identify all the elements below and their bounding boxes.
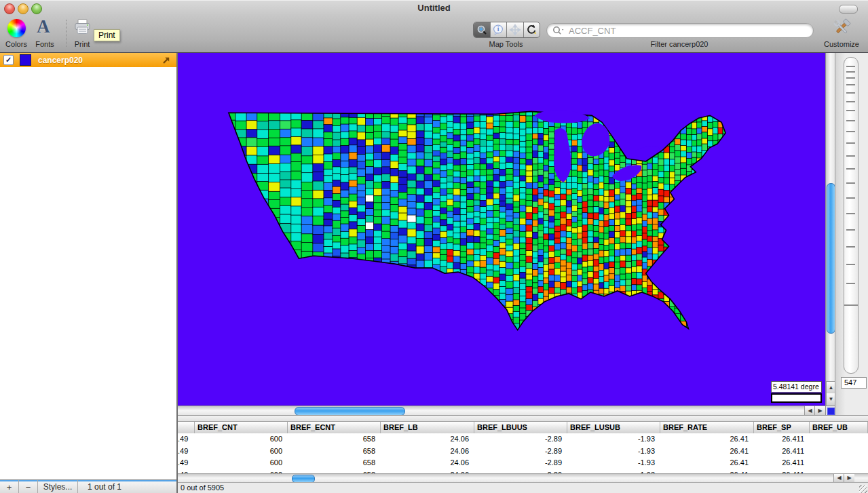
county-cell — [544, 122, 549, 130]
remove-layer-button[interactable]: − — [19, 480, 38, 493]
map-viewport[interactable]: 5.48141 degre — [178, 53, 825, 406]
fonts-button-label[interactable]: Fonts — [29, 40, 61, 48]
add-layer-button[interactable]: + — [0, 480, 19, 493]
county-cell — [382, 231, 391, 239]
fonts-icon[interactable]: A — [37, 16, 50, 37]
county-cell — [214, 184, 225, 193]
column-header[interactable]: BREF_LUSUB — [567, 422, 660, 433]
rotate-tool-button[interactable] — [524, 22, 540, 37]
county-cell — [499, 206, 506, 213]
scroll-down-arrow[interactable]: ▼ — [826, 393, 835, 406]
county-cell — [588, 195, 594, 201]
column-header[interactable]: BREF_SP — [754, 422, 810, 433]
column-header[interactable]: BREF_ECNT — [288, 422, 381, 433]
pan-tool-button[interactable] — [507, 22, 524, 37]
map-vertical-scrollbar[interactable]: ▲ ▼ — [825, 53, 835, 406]
resize-grip[interactable] — [859, 485, 867, 493]
us-county-choropleth-map[interactable] — [214, 103, 734, 336]
county-cell — [713, 278, 719, 284]
customize-icon[interactable] — [831, 18, 852, 41]
column-header[interactable] — [178, 422, 195, 433]
column-header[interactable]: BREF_LBUUS — [474, 422, 567, 433]
table-scroll-right-arrow[interactable]: ▶ — [844, 474, 854, 482]
county-cell — [447, 176, 454, 182]
column-header[interactable]: BREF_RATE — [660, 422, 754, 433]
scroll-left-arrow[interactable]: ◀ — [804, 406, 815, 415]
county-cell — [357, 226, 366, 233]
search-icon[interactable] — [552, 26, 566, 38]
county-cell — [424, 124, 433, 132]
customize-label[interactable]: Customize — [810, 40, 868, 48]
filter-input[interactable] — [567, 24, 808, 37]
table-row[interactable]: .4960065824.06-2.89-1.9326.4126.411 — [178, 446, 868, 458]
county-cell — [637, 132, 643, 138]
county-cell — [544, 328, 549, 334]
county-cell — [675, 157, 681, 163]
layer-visibility-checkbox[interactable]: ✓ — [3, 55, 14, 65]
table-scroll-left-arrow[interactable]: ◀ — [833, 474, 844, 482]
zoom-tool-button[interactable] — [474, 22, 491, 37]
county-cell — [382, 281, 391, 288]
county-cell — [493, 246, 500, 253]
county-cell — [349, 124, 358, 132]
county-cell — [460, 190, 467, 197]
county-cell — [692, 200, 697, 208]
styles-button[interactable]: Styles... — [38, 480, 78, 493]
county-cell — [257, 225, 269, 234]
map-horizontal-scrollbar[interactable]: ◀ ▶ — [178, 406, 825, 416]
layer-row-cancerp020[interactable]: ✓ cancerp020 — [0, 53, 176, 67]
county-cell — [513, 176, 520, 183]
county-cell — [214, 121, 225, 130]
color-wheel-icon[interactable] — [7, 19, 26, 37]
county-cell — [681, 181, 687, 188]
county-cell — [373, 243, 382, 251]
county-cell — [235, 323, 247, 333]
table-horizontal-scrollbar[interactable]: ◀ ▶ — [178, 473, 868, 483]
county-cell — [357, 103, 366, 111]
county-cell — [486, 187, 493, 194]
county-cell — [642, 103, 647, 109]
county-cell — [526, 141, 533, 148]
county-cell — [390, 204, 399, 212]
filter-search-field[interactable] — [546, 23, 814, 38]
county-cell — [460, 165, 467, 172]
county-cell — [269, 287, 281, 296]
county-cell — [398, 184, 408, 193]
county-cell — [407, 103, 417, 111]
table-row[interactable]: .4960065824.06-2.89-1.9326.4126.411 — [178, 457, 868, 469]
county-cell — [432, 311, 440, 318]
county-cell — [561, 200, 567, 207]
county-cell — [357, 219, 366, 226]
scroll-right-arrow[interactable]: ▶ — [814, 406, 825, 415]
colors-button-label[interactable]: Colors — [0, 40, 33, 48]
county-cell — [349, 145, 358, 153]
county-cell — [493, 325, 500, 331]
county-cell — [224, 155, 235, 163]
county-cell — [513, 195, 520, 202]
county-cell — [460, 300, 467, 307]
column-header[interactable]: BREF_CNT — [195, 422, 288, 433]
printer-icon[interactable] — [73, 18, 92, 39]
toolbar-toggle-pill[interactable] — [839, 5, 858, 14]
table-row[interactable]: .4960065824.06-2.89-1.9326.4126.411 — [178, 433, 868, 446]
county-cell — [506, 174, 514, 181]
layer-expand-arrow-icon[interactable] — [162, 56, 171, 68]
county-cell — [366, 139, 375, 146]
county-cell — [626, 127, 633, 134]
info-tool-button[interactable]: i — [491, 22, 508, 37]
zoom-scale-slider[interactable] — [844, 57, 858, 374]
county-cell — [713, 230, 719, 236]
county-cell — [578, 304, 583, 311]
column-header[interactable]: BREF_LB — [381, 422, 474, 433]
table-body[interactable]: .4960065824.06-2.89-1.9326.4126.411.4960… — [178, 433, 868, 473]
county-cell — [526, 335, 533, 336]
county-cell — [460, 117, 467, 123]
zoom-value-box[interactable]: 547 — [841, 377, 867, 389]
county-cell — [675, 265, 681, 273]
layer-color-swatch[interactable] — [20, 54, 31, 66]
county-cell — [582, 273, 588, 279]
county-cell — [382, 167, 391, 174]
scroll-up-arrow[interactable]: ▲ — [826, 381, 835, 394]
county-cell — [474, 103, 480, 110]
column-header[interactable]: BREF_UB — [810, 422, 868, 433]
